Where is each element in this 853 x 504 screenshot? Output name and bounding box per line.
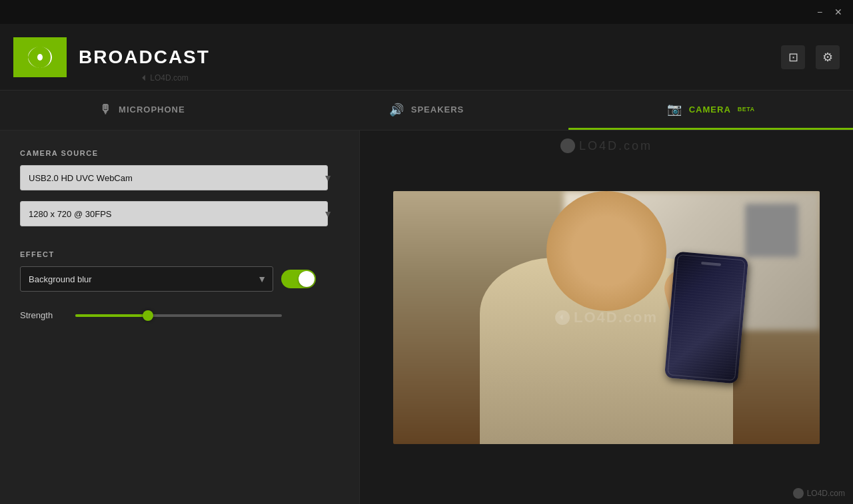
preview-top-watermark: LO4D.com	[560, 138, 652, 153]
nav-tabs: 🎙 MICROPHONE 🔊 SPEAKERS 📷 CAMERA BETA	[0, 91, 853, 130]
nvidia-logo: NVIDIA	[13, 37, 67, 77]
strength-slider-thumb[interactable]	[143, 310, 153, 321]
gear-icon: ⚙	[822, 50, 833, 65]
beta-badge: BETA	[738, 106, 755, 113]
bg-object	[745, 204, 798, 257]
resolution-dropdown[interactable]: 1280 x 720 @ 30FPS	[20, 201, 328, 226]
watermark-circle	[560, 138, 575, 153]
effect-dropdown-wrapper: Background blur Background removal Virtu…	[20, 266, 273, 292]
app-title: BROADCAST	[79, 47, 210, 68]
header-left: NVIDIA BROADCAST 🞀 LO4D.com	[13, 37, 210, 77]
header-right: ⊡ ⚙	[781, 45, 840, 69]
effect-toggle[interactable]	[281, 270, 316, 288]
right-panel: LO4D.com	[360, 130, 853, 504]
device-dropdown-wrapper: USB2.0 HD UVC WebCam ▼	[20, 165, 339, 190]
app-header: NVIDIA BROADCAST 🞀 LO4D.com ⊡ ⚙	[0, 24, 853, 91]
minimize-button[interactable]: −	[810, 3, 829, 21]
camera-source-label: CAMERA SOURCE	[20, 149, 339, 157]
close-button[interactable]: ✕	[829, 3, 848, 21]
main-content: CAMERA SOURCE USB2.0 HD UVC WebCam ▼ 128…	[0, 130, 853, 504]
strength-slider-track[interactable]	[75, 314, 282, 317]
held-device	[664, 251, 748, 383]
feedback-button[interactable]: ⊡	[781, 45, 805, 69]
microphone-icon: 🎙	[99, 103, 112, 117]
camera-watermark: 🞀 LO4D.com	[555, 309, 658, 326]
effect-dropdown[interactable]: Background blur Background removal Virtu…	[20, 266, 273, 292]
resolution-dropdown-wrapper: 1280 x 720 @ 30FPS ▼	[20, 201, 339, 226]
toggle-knob	[299, 271, 315, 287]
camera-source-section: CAMERA SOURCE USB2.0 HD UVC WebCam ▼ 128…	[20, 149, 339, 237]
header-watermark: 🞀 LO4D.com	[140, 73, 189, 83]
speakers-icon: 🔊	[389, 103, 405, 117]
tab-camera-label: CAMERA	[689, 105, 731, 115]
effect-section: EFFECT Background blur Background remova…	[20, 250, 339, 292]
feedback-icon: ⊡	[788, 50, 798, 65]
bw-icon	[793, 488, 804, 499]
bw-text: LO4D.com	[807, 489, 845, 498]
strength-row: Strength	[20, 310, 339, 320]
camera-icon: 📷	[667, 102, 682, 117]
tab-microphone-label: MICROPHONE	[119, 105, 185, 115]
camera-scene: 🞀 LO4D.com	[393, 191, 820, 444]
tab-microphone[interactable]: 🎙 MICROPHONE	[0, 91, 285, 130]
tab-speakers[interactable]: 🔊 SPEAKERS	[285, 91, 569, 130]
svg-point-1	[37, 54, 43, 61]
camera-watermark-text: LO4D.com	[574, 309, 658, 326]
camera-preview: 🞀 LO4D.com	[393, 191, 820, 444]
effect-label: EFFECT	[20, 250, 339, 258]
device-dropdown[interactable]: USB2.0 HD UVC WebCam	[20, 165, 328, 190]
watermark-text: LO4D.com	[579, 139, 652, 153]
tab-speakers-label: SPEAKERS	[411, 105, 464, 115]
strength-slider-fill	[75, 314, 148, 317]
left-panel: CAMERA SOURCE USB2.0 HD UVC WebCam ▼ 128…	[0, 130, 360, 504]
strength-label: Strength	[20, 310, 63, 320]
effect-row: Background blur Background removal Virtu…	[20, 266, 339, 292]
settings-button[interactable]: ⚙	[816, 45, 840, 69]
tab-camera[interactable]: 📷 CAMERA BETA	[568, 91, 853, 130]
person-face	[546, 191, 666, 311]
bottom-watermark: LO4D.com	[793, 488, 845, 499]
title-bar: − ✕	[0, 0, 853, 24]
